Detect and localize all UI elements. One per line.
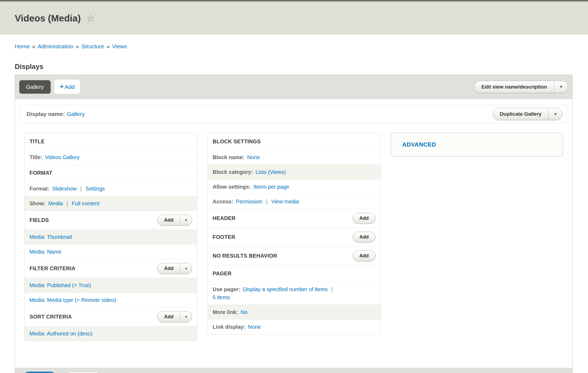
displays-heading: Displays — [15, 63, 588, 71]
setting-link[interactable]: Display a specified number of items — [243, 286, 328, 292]
setting-link[interactable]: Videos Gallery — [45, 154, 80, 160]
section-title: PAGER — [213, 270, 375, 277]
add-button[interactable]: Add — [353, 250, 375, 261]
section-heading: FIELDSAdd▼ — [25, 211, 197, 229]
setting-row: Allow settings:Items per page — [208, 179, 380, 194]
chevron-down-icon[interactable]: ▼ — [180, 312, 192, 322]
page-title: Videos (Media) — [15, 13, 81, 24]
setting-link[interactable]: None — [247, 154, 260, 160]
setting-row: Media: Published (= True) — [25, 278, 197, 292]
add-button[interactable]: Add — [353, 213, 375, 224]
setting-row: Title:Videos Gallery — [25, 150, 197, 164]
setting-link[interactable]: View media — [271, 199, 299, 204]
setting-link[interactable]: Media — [48, 200, 63, 206]
page-header: Videos (Media) ☆ — [0, 2, 588, 35]
edit-view-name-button[interactable]: Edit view name/description ▼ — [474, 81, 568, 93]
section-heading: HEADERAdd — [208, 209, 380, 228]
add-button[interactable]: Add — [353, 232, 375, 243]
setting-row: Use pager:Display a specified number of … — [208, 282, 380, 305]
section-heading: FILTER CRITERIAAdd▼ — [25, 259, 197, 278]
section-title: FOOTER — [213, 234, 352, 240]
setting-link[interactable]: Slideshow — [52, 186, 76, 192]
setting-link[interactable]: 5 items — [213, 294, 230, 300]
setting-link[interactable]: Permission — [236, 199, 262, 204]
add-button-label: Add — [353, 232, 375, 242]
section-title: TITLE — [29, 138, 192, 145]
display-name-label: Display name: — [27, 111, 65, 117]
setting-link[interactable]: Settings — [85, 186, 105, 192]
add-button-label: Add — [353, 251, 375, 261]
add-button[interactable]: Add▼ — [157, 263, 192, 274]
setting-row: Media: Thumbnail — [25, 229, 197, 244]
setting-row: More link:No — [208, 305, 380, 319]
chevron-down-icon[interactable]: ▼ — [554, 81, 568, 93]
setting-link[interactable]: Media: Name — [29, 249, 61, 255]
setting-row: Block category:Lists (Views) — [208, 164, 380, 179]
section-title: FORMAT — [29, 170, 192, 176]
add-button[interactable]: Add▼ — [157, 311, 192, 322]
section-title: BLOCK SETTINGS — [213, 138, 375, 145]
breadcrumb-link-structure[interactable]: Structure — [81, 43, 104, 49]
breadcrumb-link-home[interactable]: Home — [15, 43, 30, 49]
plus-icon: + — [60, 83, 64, 90]
duplicate-display-button[interactable]: Duplicate Gallery ▼ — [493, 108, 563, 120]
advanced-section-toggle[interactable]: ADVANCED — [391, 133, 563, 156]
add-button-label: Add — [158, 215, 180, 225]
add-button[interactable]: Add▼ — [157, 215, 192, 226]
setting-row: Media: Authored on (desc) — [25, 326, 197, 341]
setting-link[interactable]: None — [248, 324, 261, 330]
save-button[interactable]: Save — [23, 372, 57, 373]
settings-columns: TITLETitle:Videos GalleryFORMATFormat:Sl… — [24, 133, 563, 341]
top-toolbar-shadow — [0, 0, 588, 2]
section-title: FIELDS — [29, 217, 157, 223]
setting-link[interactable]: Media: Published (= True) — [29, 282, 91, 288]
section-heading: FOOTERAdd — [208, 228, 380, 246]
breadcrumb-separator: » — [107, 43, 110, 49]
favorite-star-icon[interactable]: ☆ — [86, 13, 95, 24]
setting-link[interactable]: Media: Media type (= Remote video) — [29, 297, 116, 303]
section-heading: BLOCK SETTINGS — [208, 133, 380, 150]
section-title: NO RESULTS BEHAVIOR — [213, 253, 352, 259]
cancel-button[interactable]: Cancel — [64, 372, 102, 373]
setting-link[interactable]: Media: Thumbnail — [29, 234, 72, 240]
setting-link[interactable]: Items per page — [254, 184, 289, 190]
tab-gallery[interactable]: Gallery — [19, 80, 51, 94]
breadcrumb-link-views[interactable]: Views — [112, 43, 127, 49]
setting-label: Block name: — [213, 154, 244, 160]
breadcrumb-separator: » — [32, 43, 35, 49]
section-title: FILTER CRITERIA — [29, 265, 157, 272]
setting-link[interactable]: Lists (Views) — [255, 169, 286, 175]
setting-row: Media: Media type (= Remote video) — [25, 292, 197, 307]
display-settings-content: Display name: Gallery Duplicate Gallery … — [15, 99, 572, 341]
setting-label: Block category: — [213, 169, 253, 175]
chevron-down-icon[interactable]: ▼ — [180, 263, 192, 274]
display-tab-bar: Gallery +Add Edit view name/description … — [15, 75, 572, 99]
setting-row: Access:Permission|View media — [208, 194, 380, 209]
add-button-label: Add — [158, 263, 180, 274]
setting-row: Block name:None — [208, 150, 380, 164]
breadcrumb-link-administration[interactable]: Administration — [38, 43, 73, 49]
link-separator: | — [80, 186, 82, 192]
chevron-down-icon[interactable]: ▼ — [180, 215, 192, 225]
display-name-link[interactable]: Gallery — [67, 111, 85, 117]
setting-row: Media: Name — [25, 244, 197, 259]
link-separator: | — [331, 286, 333, 292]
section-heading: TITLE — [25, 133, 197, 150]
section-heading: PAGER — [208, 265, 380, 282]
chevron-down-icon[interactable]: ▼ — [548, 108, 562, 120]
setting-link[interactable]: No — [241, 309, 248, 315]
setting-row: Show:Media|Full content — [25, 196, 197, 211]
section-heading: NO RESULTS BEHAVIORAdd — [208, 246, 380, 265]
setting-label: Title: — [29, 154, 42, 160]
duplicate-display-label: Duplicate Gallery — [493, 108, 548, 120]
settings-column-third: ADVANCED — [391, 133, 563, 156]
displays-container: Gallery +Add Edit view name/description … — [15, 75, 573, 373]
link-separator: | — [66, 200, 68, 206]
setting-label: Allow settings: — [213, 184, 251, 190]
setting-row: Format:Slideshow|Settings — [25, 181, 197, 196]
add-display-button[interactable]: +Add — [54, 80, 80, 94]
setting-link[interactable]: Full content — [72, 200, 99, 206]
display-name-box: Display name: Gallery Duplicate Gallery … — [20, 105, 567, 123]
edit-view-name-label: Edit view name/description — [474, 81, 554, 93]
setting-link[interactable]: Media: Authored on (desc) — [29, 331, 92, 337]
